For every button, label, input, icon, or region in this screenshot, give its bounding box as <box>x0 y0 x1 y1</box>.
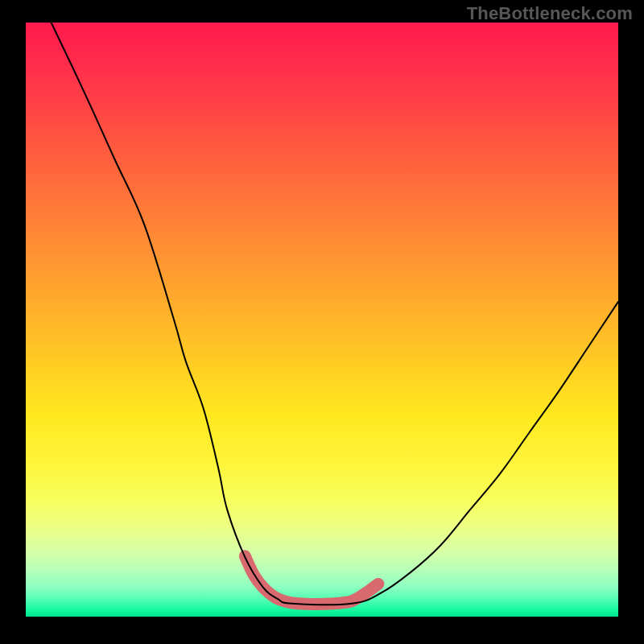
watermark-text: TheBottleneck.com <box>467 3 633 24</box>
curve-layer <box>26 23 618 617</box>
bottleneck-curve-path <box>52 23 618 605</box>
chart-frame: TheBottleneck.com <box>0 0 644 644</box>
plot-area <box>26 23 618 617</box>
valley-highlight-path <box>245 556 378 605</box>
